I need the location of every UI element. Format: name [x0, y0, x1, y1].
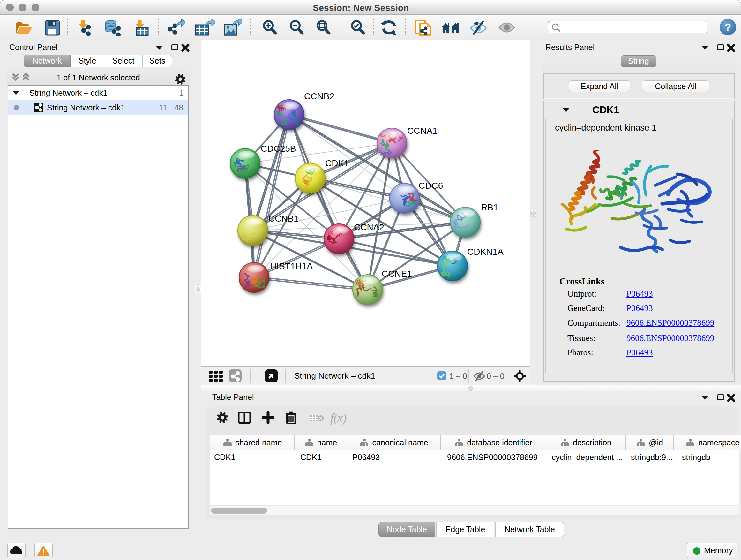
- svg-text:CCNB1: CCNB1: [268, 213, 299, 224]
- svg-text:RB1: RB1: [481, 202, 498, 212]
- svg-text:CDKN1A: CDKN1A: [467, 247, 503, 257]
- svg-text:CCNB2: CCNB2: [304, 91, 334, 101]
- svg-text:CCNA2: CCNA2: [354, 222, 384, 232]
- svg-text:CDK1: CDK1: [325, 159, 349, 168]
- svg-text:HIST1H1A: HIST1H1A: [270, 261, 313, 271]
- svg-text:CCNA1: CCNA1: [407, 126, 437, 136]
- svg-text:CCNE1: CCNE1: [382, 269, 412, 279]
- svg-text:CDC6: CDC6: [419, 181, 443, 191]
- svg-text:CDC25B: CDC25B: [261, 144, 296, 153]
